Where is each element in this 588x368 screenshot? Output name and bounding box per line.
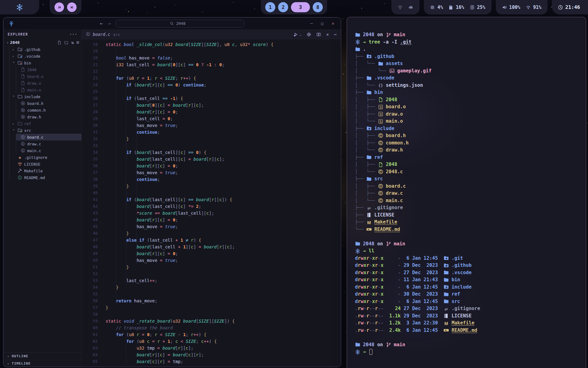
code-text: }	[106, 304, 108, 311]
tree-connector: │ ├──	[355, 103, 378, 111]
split-editor-icon[interactable]	[316, 32, 321, 37]
code-token: +	[175, 244, 183, 249]
code-token: ;	[175, 224, 178, 229]
code-token: last_cell	[152, 197, 175, 202]
command-link[interactable]: .git	[400, 39, 411, 46]
new-folder-icon[interactable]	[64, 40, 69, 45]
spacer	[438, 255, 444, 262]
sidebar-item-.gitignore[interactable]: ◈.gitignore	[9, 154, 81, 161]
sidebar-item-common.h[interactable]: Ⓗcommon.h	[16, 107, 81, 113]
file-entry-Makefile[interactable]: Makefile	[451, 320, 474, 327]
settings-icon[interactable]	[307, 32, 311, 37]
sidebar-item-board.o[interactable]: board.o	[16, 73, 81, 80]
code-token: ]	[162, 352, 168, 357]
sidebar-item-board.h[interactable]: Ⓗboard.h	[16, 100, 81, 107]
sidebar-item-root[interactable]: › 2048 ↻⊟	[3, 39, 81, 46]
collapse-all-icon[interactable]: ⊟	[77, 40, 79, 45]
sidebar-item-main.o[interactable]: main.o	[16, 86, 81, 93]
workspace-8[interactable]: 8	[313, 2, 323, 12]
sidebar-item-main.c[interactable]: Ⓒmain.c	[16, 147, 81, 154]
close-button[interactable]: ✕	[332, 21, 334, 26]
sidebar-item-include[interactable]: ›include	[9, 93, 81, 100]
code-token: (	[162, 42, 165, 47]
folder-o-icon	[17, 121, 22, 126]
file-size: -	[389, 291, 401, 298]
search-input[interactable]	[176, 21, 190, 26]
nix-logo-button[interactable]	[0, 0, 39, 14]
spacer	[383, 269, 389, 277]
tray-group-network-weather[interactable]	[391, 0, 420, 14]
file-entry-README.md[interactable]: README.md	[451, 327, 477, 334]
system-tray: 4%16%25%100%91%21:46	[391, 0, 588, 14]
sidebar-item-src[interactable]: ›()src	[9, 127, 81, 134]
sidebar-item-bin[interactable]: ›bin	[9, 59, 81, 66]
breadcrumb-file[interactable]: board.c	[93, 32, 110, 37]
media-prev-button[interactable]	[55, 2, 64, 12]
code-token: SIZE	[165, 332, 175, 337]
h-hex-icon: Ⓗ	[21, 101, 25, 106]
terminal-line: .rw-r--r-- 24 27 Dec 2023 git.gitignore	[355, 305, 578, 312]
minimize-button[interactable]: ─	[311, 21, 313, 26]
new-file-icon[interactable]	[57, 40, 62, 45]
line-number: 28	[82, 109, 106, 115]
close-editor-icon[interactable]: ✕	[326, 32, 329, 37]
forward-arrow-icon[interactable]: →	[108, 21, 111, 26]
panel-outline[interactable]: ›OUTLINE	[3, 352, 81, 360]
explorer-more-icon[interactable]: ···	[70, 32, 77, 37]
code-token: ;	[157, 130, 160, 135]
code-line: 63 u32 tmp = board[r][c];	[82, 345, 341, 351]
sidebar-item-README.md[interactable]: ⓘREADME.md	[9, 174, 81, 181]
more-actions-icon[interactable]: ⋯	[334, 32, 337, 37]
tree-entry-README.md[interactable]: README.md	[374, 226, 400, 233]
workspace-3[interactable]: 3	[291, 2, 310, 12]
sidebar-item-draw.o[interactable]: draw.o	[16, 80, 81, 86]
code-token: [	[149, 244, 152, 249]
code-token: board	[137, 82, 149, 87]
tray-group-system-stats[interactable]: 4%16%25%	[424, 0, 491, 14]
tree-connector: │ ├──	[355, 183, 378, 190]
sidebar-item-2048[interactable]: 2048	[16, 66, 81, 73]
maximize-button[interactable]: ▢	[321, 21, 323, 26]
workspace-2[interactable]: 2	[278, 2, 288, 12]
folder-icon	[443, 292, 449, 297]
file-permissions: drwxr-xr-x	[355, 284, 383, 291]
sidebar-item-board.c[interactable]: Ⓒboard.c	[16, 134, 81, 140]
sidebar-item-.github[interactable]: ›.github	[9, 46, 81, 53]
code-line: 21 i32 last_cell = board[0][c] == 0 ? -1…	[82, 61, 341, 68]
terminal-line: drwxr-xr-x - 11 Jan 21:43 bin	[355, 276, 578, 284]
tree-entry-Makefile[interactable]: Makefile	[374, 219, 397, 226]
spacer	[438, 276, 444, 284]
tray-group-audio-wifi[interactable]: 100%91%	[496, 0, 548, 14]
run-icon[interactable]	[293, 32, 298, 37]
code-line: 57}	[82, 304, 341, 311]
terminal-window[interactable]: 2048 on main→ tree -a -I .git.├── .githu…	[347, 17, 586, 368]
sidebar-item-.vscode[interactable]: ›.vscode	[9, 53, 81, 59]
code-token: ;	[149, 332, 155, 337]
perm-char: x	[372, 299, 375, 304]
media-next-button[interactable]	[67, 2, 77, 12]
tray-group-clock[interactable]: 21:46	[552, 0, 588, 14]
panel-timeline[interactable]: ›TIMELINE	[3, 360, 81, 367]
terminal-line: .rw-r--r-- 2.4k 6 Jan 12:45 M↓README.md	[355, 327, 578, 334]
workspace-1[interactable]: 1	[265, 2, 275, 12]
editor-search-box[interactable]	[116, 20, 244, 28]
perm-char: r	[375, 328, 378, 333]
breadcrumb-dir[interactable]: src	[113, 32, 120, 37]
sidebar-item-Makefile[interactable]: Makefile	[9, 167, 81, 174]
sidebar-item-draw.c[interactable]: Ⓒdraw.c	[16, 140, 81, 147]
sidebar-item-draw.h[interactable]: Ⓗdraw.h	[16, 113, 81, 120]
code-token: =	[188, 157, 191, 162]
code-token: ;	[149, 76, 155, 81]
file-entry-.vscode: .vscode	[451, 269, 471, 277]
code-editor[interactable]: 18static bool _slide_col(u32 board[SIZE]…	[82, 39, 341, 367]
refresh-icon[interactable]: ↻	[71, 40, 74, 45]
back-arrow-icon[interactable]: ←	[100, 21, 103, 26]
code-text: if (board[r][c] == 0) continue;	[106, 82, 206, 88]
folder-icon	[355, 342, 360, 347]
run-dropdown-icon[interactable]: ⌄	[300, 33, 302, 36]
code-token: if	[126, 197, 134, 202]
code-token: SIZE	[191, 42, 201, 47]
sidebar-item-LICENSE[interactable]: LICENSE	[9, 161, 81, 167]
code-line: 44 board[r][c] = 0;	[82, 217, 341, 223]
sidebar-item-ref[interactable]: ›ref	[9, 120, 81, 127]
